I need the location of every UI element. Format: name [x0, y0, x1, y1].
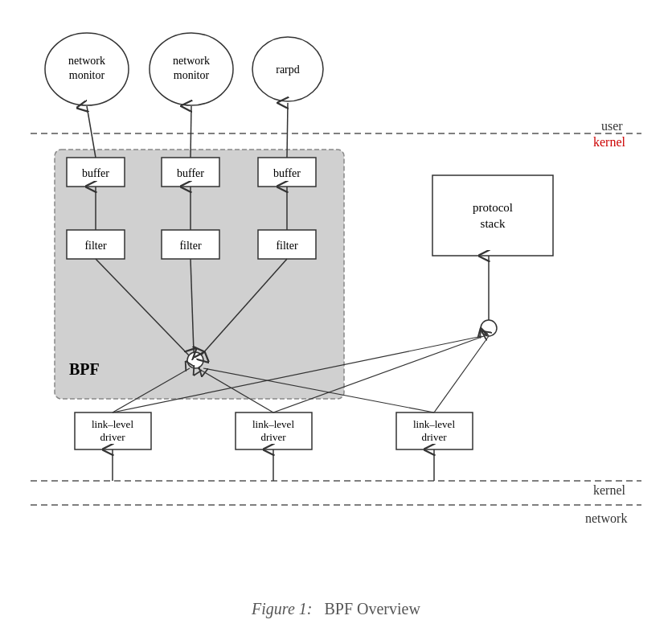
svg-text:filter: filter — [276, 240, 298, 252]
svg-text:filter: filter — [84, 240, 107, 252]
svg-text:monitor: monitor — [174, 69, 210, 81]
kernel-bottom-label: kernel — [593, 483, 626, 497]
svg-text:buffer: buffer — [273, 167, 301, 179]
svg-text:driver: driver — [421, 431, 447, 443]
svg-line-24 — [287, 103, 288, 158]
svg-text:monitor: monitor — [69, 69, 105, 81]
svg-text:network: network — [173, 55, 210, 67]
svg-text:link–level: link–level — [92, 418, 133, 430]
svg-text:link–level: link–level — [252, 418, 294, 430]
figure-caption: Figure 1: BPF Overview — [252, 600, 420, 618]
svg-text:network: network — [68, 55, 105, 67]
figure-label: Figure 1: — [252, 600, 312, 618]
svg-line-36 — [434, 336, 489, 412]
svg-text:rarpd: rarpd — [276, 64, 300, 76]
figure-title: BPF Overview — [324, 600, 420, 618]
svg-text:driver: driver — [100, 431, 125, 443]
network-label: network — [585, 511, 627, 525]
svg-text:stack: stack — [481, 217, 506, 230]
svg-text:link–level: link–level — [413, 418, 455, 430]
svg-text:buffer: buffer — [177, 167, 204, 179]
protocol-stack — [432, 175, 553, 256]
user-label: user — [601, 119, 623, 133]
svg-text:buffer: buffer — [82, 167, 109, 179]
svg-text:protocol: protocol — [473, 201, 513, 214]
svg-line-23 — [191, 106, 191, 158]
diagram-container: user kernel kernel network BPF network m… — [23, 14, 649, 618]
svg-text:driver: driver — [260, 431, 286, 443]
protocol-junction — [481, 320, 497, 336]
bpf-label: BPF — [69, 360, 100, 378]
kernel-top-label: kernel — [593, 135, 626, 149]
svg-text:filter: filter — [179, 240, 202, 252]
